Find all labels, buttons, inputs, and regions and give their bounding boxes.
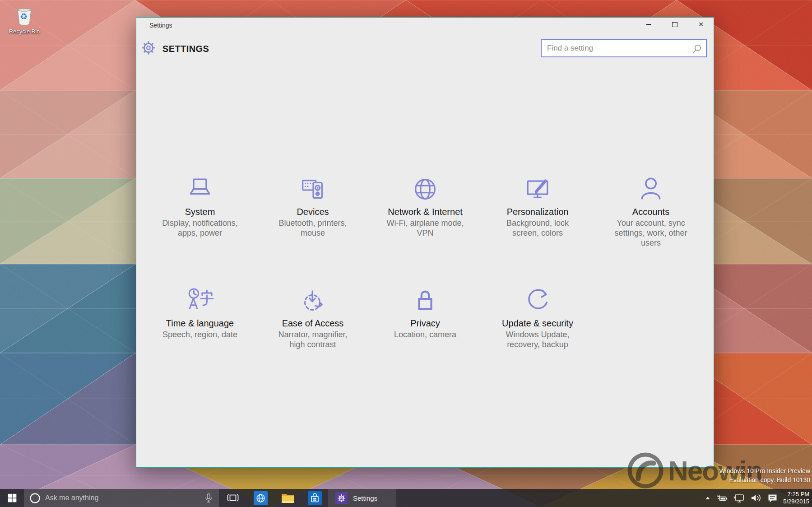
neowin-emblem-icon (625, 450, 666, 491)
chevron-up-icon[interactable] (705, 496, 710, 500)
tray-date: 5/29/2015 (783, 498, 809, 505)
tile-devices[interactable]: Devices Bluetooth, printers, mouse (271, 174, 355, 238)
tile-title: Network & Internet (383, 207, 467, 217)
settings-window: Settings ✕ SETTINGS (136, 17, 714, 468)
personalization-icon (496, 174, 580, 204)
minimize-button[interactable] (638, 18, 659, 31)
tile-title: Devices (271, 207, 355, 217)
tile-subtitle: Display, notifications, apps, power (158, 218, 242, 238)
page-title: SETTINGS (162, 44, 209, 54)
task-view-icon (227, 493, 239, 503)
tile-privacy[interactable]: Privacy Location, camera (383, 286, 467, 340)
tile-network[interactable]: Network & Internet Wi-Fi, airplane mode,… (383, 174, 467, 238)
tile-subtitle: Wi-Fi, airplane mode, VPN (383, 218, 467, 238)
clock[interactable]: 7:25 PM 5/29/2015 (783, 491, 809, 505)
tile-title: Privacy (383, 318, 467, 329)
settings-gear-icon (142, 41, 155, 56)
taskbar-search-input[interactable] (41, 494, 204, 502)
devices-icon (271, 174, 355, 204)
edge-globe-icon (254, 491, 268, 505)
tile-ease-of-access[interactable]: Ease of Access Narrator, magnifier, high… (271, 286, 355, 349)
close-button[interactable]: ✕ (691, 18, 711, 31)
start-button[interactable] (0, 489, 24, 507)
system-tray: 7:25 PM 5/29/2015 (700, 489, 812, 507)
search-icon[interactable] (691, 44, 702, 56)
maximize-icon (672, 22, 677, 27)
tile-personalization[interactable]: Personalization Background, lock screen,… (496, 174, 580, 238)
recycle-arrows-icon: ♻ (20, 11, 28, 22)
network-icon[interactable] (733, 493, 745, 502)
lock-icon (383, 286, 467, 316)
tile-subtitle: Background, lock screen, colors (496, 218, 580, 238)
recycle-bin[interactable]: ♻ Recycle Bin (3, 7, 46, 35)
tile-subtitle: Bluetooth, printers, mouse (271, 218, 355, 238)
window-title: Settings (149, 22, 172, 29)
tile-subtitle: Your account, sync settings, work, other… (609, 218, 693, 248)
maximize-button[interactable] (664, 18, 685, 31)
watermark-line1: Windows 10 Pro Insider Preview (719, 466, 810, 475)
recycle-bin-icon: ♻ (14, 7, 35, 27)
folder-icon (281, 492, 295, 504)
tile-title: Personalization (496, 207, 580, 217)
tile-title: Update & security (496, 318, 580, 329)
build-watermark: Windows 10 Pro Insider Preview Evaluatio… (719, 466, 810, 484)
desktop: ♻ Recycle Bin Settings ✕ SETTINGS (0, 0, 812, 507)
settings-gear-icon (338, 494, 345, 502)
laptop-icon (158, 174, 242, 204)
window-titlebar: Settings ✕ (136, 18, 714, 32)
find-setting-searchbox (541, 39, 707, 57)
settings-app-tile (335, 492, 348, 504)
tile-system[interactable]: System Display, notifications, apps, pow… (158, 174, 242, 238)
tile-title: Ease of Access (271, 318, 355, 329)
action-center-icon[interactable] (767, 493, 778, 503)
microphone-icon[interactable] (204, 493, 213, 503)
taskbar-searchbox (24, 489, 219, 507)
settings-button-label: Settings (353, 494, 377, 502)
watermark-line2: Evaluation copy. Build 10130 (719, 475, 810, 484)
find-setting-input[interactable] (542, 40, 706, 56)
tile-update-security[interactable]: Update & security Windows Update, recove… (496, 286, 580, 349)
person-icon (609, 174, 693, 204)
tile-subtitle: Location, camera (383, 330, 467, 340)
volume-icon[interactable] (751, 493, 762, 502)
time-language-icon (158, 286, 242, 316)
tile-title: Time & language (158, 318, 242, 329)
tile-accounts[interactable]: Accounts Your account, sync settings, wo… (609, 174, 693, 248)
tile-title: Accounts (609, 207, 693, 217)
recycle-bin-label: Recycle Bin (3, 28, 46, 35)
store-button[interactable] (301, 489, 328, 507)
tray-time: 7:25 PM (783, 491, 809, 498)
settings-taskbar-button[interactable]: Settings (328, 489, 396, 507)
cortana-circle-icon[interactable] (29, 493, 41, 504)
store-bag-icon (308, 491, 322, 505)
edge-browser-button[interactable] (247, 489, 274, 507)
close-icon: ✕ (698, 21, 704, 28)
windows-logo-icon (7, 493, 17, 503)
tile-subtitle: Windows Update, recovery, backup (496, 330, 580, 349)
battery-icon[interactable] (716, 493, 728, 502)
tile-time-language[interactable]: Time & language Speech, region, date (158, 286, 242, 340)
minimize-icon (646, 24, 651, 25)
tile-title: System (158, 207, 242, 217)
tile-subtitle: Speech, region, date (158, 330, 242, 340)
task-view-button[interactable] (219, 489, 247, 507)
tile-subtitle: Narrator, magnifier, high contrast (271, 330, 355, 349)
ease-of-access-icon (271, 286, 355, 316)
taskbar: Settings (0, 489, 812, 507)
file-explorer-button[interactable] (274, 489, 301, 507)
globe-icon (383, 174, 467, 204)
refresh-icon (496, 286, 580, 316)
